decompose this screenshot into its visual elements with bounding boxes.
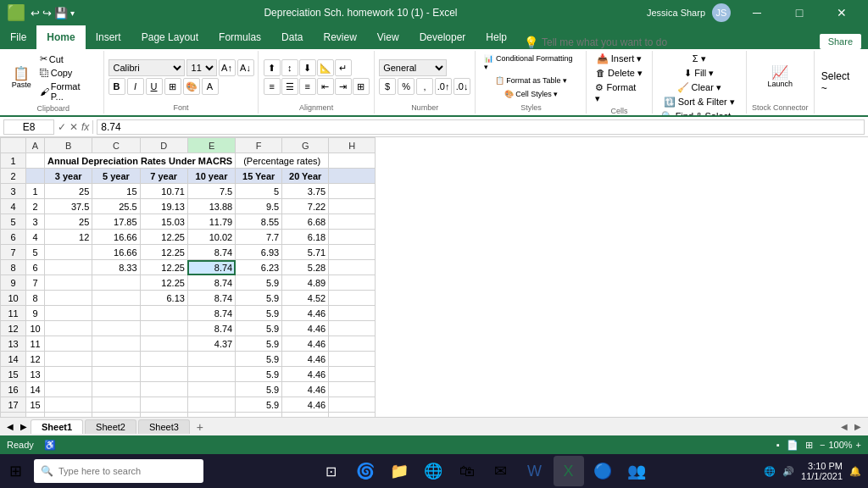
page-break-button[interactable]: ⊞ [805, 440, 813, 451]
cell-H14[interactable] [329, 352, 376, 367]
cell-E16[interactable] [187, 382, 235, 397]
cell-F11[interactable]: 5.9 [236, 306, 282, 321]
align-middle-button[interactable]: ↕ [281, 59, 298, 76]
formula-input[interactable] [97, 119, 865, 135]
tab-home[interactable]: Home [36, 25, 85, 49]
paste-button[interactable]: 📋 Paste [8, 65, 35, 91]
cell-E13[interactable]: 4.37 [187, 336, 235, 352]
ribbon-search-input[interactable] [542, 36, 711, 48]
row-header-15[interactable]: 15 [1, 367, 26, 382]
delete-button[interactable]: 🗑 Delete ▾ [593, 67, 646, 80]
tab-help[interactable]: Help [476, 25, 517, 49]
cell-F7[interactable]: 6.93 [236, 245, 282, 260]
cell-reference-input[interactable] [3, 119, 54, 135]
undo-icon[interactable]: ↩ [31, 7, 40, 19]
cell-B13[interactable] [45, 336, 92, 352]
cell-E8[interactable]: 8.74 [187, 260, 235, 275]
cell-B2[interactable]: 3 year [45, 169, 92, 184]
tab-review[interactable]: Review [313, 25, 366, 49]
tab-insert[interactable]: Insert [86, 25, 131, 49]
cell-G7[interactable]: 5.71 [282, 245, 329, 260]
cell-A9[interactable]: 7 [26, 275, 45, 291]
cell-D5[interactable]: 15.03 [140, 214, 187, 230]
cell-G8[interactable]: 5.28 [282, 260, 329, 275]
cell-E17[interactable] [187, 397, 235, 413]
fill-color-button[interactable]: 🎨 [183, 78, 200, 95]
row-header-11[interactable]: 11 [1, 306, 26, 321]
sort-filter-button[interactable]: 🔃 Sort & Filter ▾ [660, 96, 738, 108]
cell-F13[interactable]: 5.9 [236, 336, 282, 352]
select-dropdown[interactable]: Select ~ [815, 51, 865, 114]
tab-data[interactable]: Data [271, 25, 313, 49]
cell-C2[interactable]: 5 year [92, 169, 140, 184]
col-header-C[interactable]: C [92, 138, 140, 153]
align-left-button[interactable]: ≡ [264, 78, 281, 95]
indent-decrease-button[interactable]: ⇤ [317, 78, 334, 95]
cell-G11[interactable]: 4.46 [282, 306, 329, 321]
cell-B9[interactable] [45, 275, 92, 291]
cell-H12[interactable] [329, 321, 376, 336]
cell-G2[interactable]: 20 Year [282, 169, 329, 184]
excel-taskbar-icon[interactable]: X [554, 456, 584, 486]
cell-A2[interactable] [26, 169, 45, 184]
cell-F1[interactable]: (Percentage rates) [236, 153, 329, 169]
cell-D17[interactable] [140, 397, 187, 413]
cell-styles-button[interactable]: 🎨 Cell Styles ▾ [501, 88, 562, 100]
zoom-out-button[interactable]: − [820, 440, 825, 450]
cell-A3[interactable]: 1 [26, 184, 45, 199]
align-center-button[interactable]: ☰ [281, 78, 298, 95]
align-top-button[interactable]: ⬆ [264, 59, 281, 76]
italic-button[interactable]: I [127, 78, 144, 95]
row-header-7[interactable]: 7 [1, 245, 26, 260]
increase-font-button[interactable]: A↑ [219, 59, 236, 76]
insert-button[interactable]: 📥 Insert ▾ [593, 53, 646, 65]
border-button[interactable]: ⊞ [164, 78, 181, 95]
cell-D14[interactable] [140, 352, 187, 367]
sum-button[interactable]: Σ ▾ [689, 53, 709, 65]
cell-D16[interactable] [140, 382, 187, 397]
cell-H2[interactable] [329, 169, 376, 184]
cell-E9[interactable]: 8.74 [187, 275, 235, 291]
save-icon[interactable]: 💾 [54, 7, 68, 19]
cell-A13[interactable]: 11 [26, 336, 45, 352]
cell-B14[interactable] [45, 352, 92, 367]
row-header-5[interactable]: 5 [1, 214, 26, 230]
scroll-left-icon[interactable]: ◀ [3, 420, 17, 433]
cell-C8[interactable]: 8.33 [92, 260, 140, 275]
formula-cancel-icon[interactable]: ✕ [70, 121, 78, 133]
cell-B16[interactable] [45, 382, 92, 397]
cell-H5[interactable] [329, 214, 376, 230]
cell-G13[interactable]: 4.46 [282, 336, 329, 352]
cell-F14[interactable]: 5.9 [236, 352, 282, 367]
cell-D9[interactable]: 12.25 [140, 275, 187, 291]
cell-C7[interactable]: 16.66 [92, 245, 140, 260]
cell-F5[interactable]: 8.55 [236, 214, 282, 230]
cell-H3[interactable] [329, 184, 376, 199]
cell-G6[interactable]: 6.18 [282, 230, 329, 245]
cell-G14[interactable]: 4.46 [282, 352, 329, 367]
cell-D2[interactable]: 7 year [140, 169, 187, 184]
cell-H17[interactable] [329, 397, 376, 413]
font-size-select[interactable]: 11 [186, 59, 217, 76]
search-bar[interactable]: 🔍 [34, 459, 203, 483]
cell-A7[interactable]: 5 [26, 245, 45, 260]
cell-G16[interactable]: 4.46 [282, 382, 329, 397]
teams-icon[interactable]: 👥 [621, 456, 652, 486]
cell-A5[interactable]: 3 [26, 214, 45, 230]
cell-C13[interactable] [92, 336, 140, 352]
cell-G18[interactable]: 4.46 [282, 413, 329, 418]
cell-F3[interactable]: 5 [236, 184, 282, 199]
spreadsheet[interactable]: A B C D E F G H 1Annual Depreciation Rat… [0, 137, 868, 417]
cell-A18[interactable]: 16 [26, 413, 45, 418]
percent-button[interactable]: % [398, 78, 415, 95]
cell-B5[interactable]: 25 [45, 214, 92, 230]
cell-F18[interactable]: 2.95 [236, 413, 282, 418]
add-sheet-button[interactable]: + [192, 420, 209, 434]
cell-C4[interactable]: 25.5 [92, 199, 140, 214]
row-header-10[interactable]: 10 [1, 291, 26, 306]
cell-A14[interactable]: 12 [26, 352, 45, 367]
row-header-16[interactable]: 16 [1, 382, 26, 397]
cell-H10[interactable] [329, 291, 376, 306]
cell-A10[interactable]: 8 [26, 291, 45, 306]
cell-H1[interactable] [329, 153, 376, 169]
